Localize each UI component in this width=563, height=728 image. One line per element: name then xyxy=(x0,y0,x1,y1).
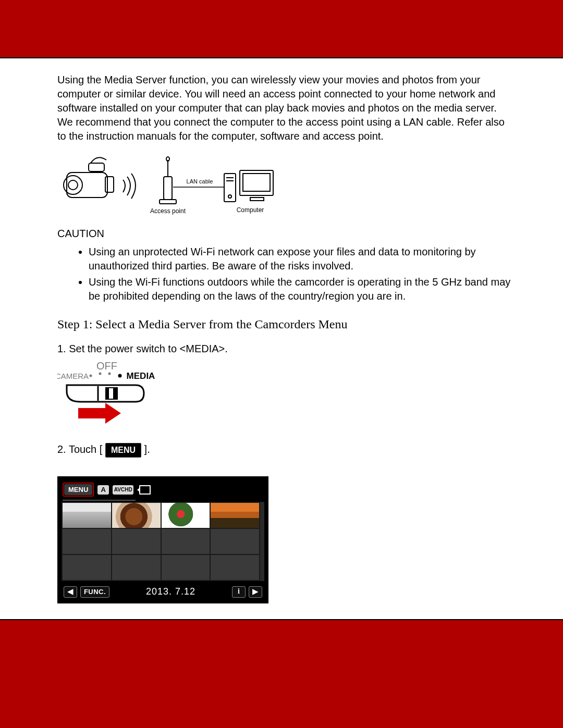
func-button[interactable]: FUNC. xyxy=(80,586,109,598)
svg-text:CAMERA: CAMERA xyxy=(57,372,89,380)
intro-paragraph: Using the Media Server function, you can… xyxy=(57,73,511,143)
menu-button[interactable]: MENU xyxy=(63,483,94,497)
svg-rect-27 xyxy=(109,388,113,399)
svg-rect-29 xyxy=(78,408,105,418)
svg-rect-8 xyxy=(160,200,176,204)
thumbnail[interactable] xyxy=(63,503,111,528)
camera-icon xyxy=(139,485,151,495)
document-body: Using the Media Server function, you can… xyxy=(0,58,563,619)
caution-list: Using an unprotected Wi-Fi network can e… xyxy=(57,245,511,303)
thumbnail[interactable] xyxy=(162,503,210,528)
thumbnail-empty xyxy=(112,529,161,554)
svg-rect-3 xyxy=(89,163,104,171)
svg-point-23 xyxy=(99,373,102,375)
next-button[interactable]: ▶ xyxy=(249,586,262,598)
thumbnail-empty xyxy=(112,555,161,580)
svg-point-22 xyxy=(90,375,92,377)
svg-rect-18 xyxy=(250,198,264,201)
camcorder-screen: MENU A AVCHD xyxy=(57,476,268,603)
step-1-item-1: 1. Set the power switch to <MEDIA>. xyxy=(57,342,511,356)
network-diagram: Access point LAN cable Computer xyxy=(57,151,511,218)
lan-cable-label: LAN cable xyxy=(187,178,213,184)
svg-rect-4 xyxy=(105,177,114,192)
svg-point-2 xyxy=(68,180,78,190)
footer-bar xyxy=(0,619,563,728)
computer-label: Computer xyxy=(237,206,264,214)
svg-rect-7 xyxy=(164,177,172,200)
svg-text:MEDIA: MEDIA xyxy=(127,371,155,381)
svg-point-24 xyxy=(108,373,111,375)
date-label: 2013. 7.12 xyxy=(146,585,195,598)
avchd-button[interactable]: AVCHD xyxy=(113,485,133,495)
thumbnail-grid xyxy=(62,502,260,581)
thumbnail[interactable] xyxy=(112,503,161,528)
header-bar xyxy=(0,0,563,58)
scroll-indicator xyxy=(260,502,264,581)
step-1-heading: Step 1: Select a Media Server from the C… xyxy=(57,316,511,332)
svg-rect-16 xyxy=(243,174,270,191)
thumbnail-empty xyxy=(63,529,111,554)
thumbnail-empty xyxy=(162,529,210,554)
thumbnail-empty xyxy=(211,529,259,554)
svg-marker-30 xyxy=(105,403,121,424)
svg-rect-0 xyxy=(67,172,107,198)
menu-button-inline: MENU xyxy=(105,443,141,458)
caution-item: Using an unprotected Wi-Fi network can e… xyxy=(89,245,511,273)
thumbnail[interactable] xyxy=(211,503,259,528)
step-1-item-2: 2. Touch [ MENU ]. xyxy=(57,442,511,458)
caution-item: Using the Wi-Fi functions outdoors while… xyxy=(89,275,511,303)
svg-point-25 xyxy=(118,374,122,378)
thumbnail-empty xyxy=(162,555,210,580)
caution-heading: CAUTION xyxy=(57,227,511,241)
info-button[interactable]: i xyxy=(232,586,246,598)
access-point-label: Access point xyxy=(150,207,186,215)
svg-point-14 xyxy=(228,195,231,198)
svg-text:OFF: OFF xyxy=(96,360,117,372)
power-switch-illustration: OFF CAMERA MEDIA xyxy=(57,359,511,427)
prev-button[interactable]: ◀ xyxy=(64,586,77,598)
thumbnail-empty xyxy=(211,555,259,580)
mode-a-button[interactable]: A xyxy=(97,485,109,495)
thumbnail-empty xyxy=(63,555,111,580)
